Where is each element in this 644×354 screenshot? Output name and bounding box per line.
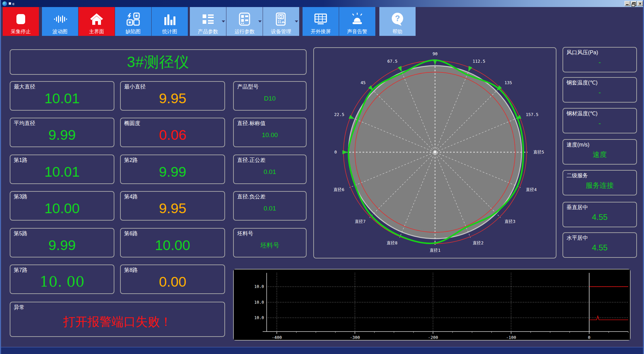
app-icon xyxy=(2,1,7,6)
svg-text:0: 0 xyxy=(588,335,591,340)
window-title: c xyxy=(9,2,14,6)
measurement-value: 9.99 xyxy=(10,124,114,146)
svg-text:157.5: 157.5 xyxy=(526,112,539,117)
product-value: 0.01 xyxy=(234,197,306,220)
toolbar-button-stop-capture[interactable]: 采集停止 xyxy=(3,7,39,36)
measurement-value: 0.06 xyxy=(121,124,224,146)
sidebar-box-sleeve-temperature: 钢套温度(℃) - xyxy=(562,77,637,103)
svg-text:直径5: 直径5 xyxy=(533,150,544,155)
svg-text:-200: -200 xyxy=(428,335,438,340)
station-title-panel: 3#测径仪 xyxy=(10,49,307,75)
product-box-nominal-diameter: 直径.标称值 10.00 xyxy=(233,118,307,147)
toolbar-button-product-params[interactable]: 产品参数 xyxy=(190,7,226,36)
status-bar xyxy=(1,347,644,354)
application-window: { "window": { "title": "c", "close_glyph… xyxy=(0,0,644,354)
alarm-panel: 异常 打开报警端口失败！ xyxy=(10,302,225,337)
toolbar-button-label: 声音告警 xyxy=(347,29,367,34)
svg-text:直径4: 直径4 xyxy=(526,187,537,192)
maximize-button[interactable] xyxy=(631,1,637,6)
minimize-button[interactable] xyxy=(625,1,630,6)
window-title-icon xyxy=(9,2,11,5)
toolbar-button-statistics[interactable]: 统计图 xyxy=(152,7,188,36)
measurement-value: 10.00 xyxy=(121,234,224,257)
toolbar-button-label: 采集停止 xyxy=(11,29,31,34)
toolbar-button-device-manage[interactable]: 设备管理 xyxy=(263,7,299,36)
measurement-value: 9.95 xyxy=(121,87,224,110)
toolbar-button-label: 开外接屏 xyxy=(311,29,331,34)
help-icon: ? xyxy=(390,12,405,26)
svg-text:直径3: 直径3 xyxy=(504,219,516,224)
measurement-box-path-3: 第3路 10.00 xyxy=(10,191,114,221)
measurement-box-avg-diameter: 平均直径 9.99 xyxy=(10,118,114,147)
svg-text:直径1: 直径1 xyxy=(430,248,441,253)
svg-text:135: 135 xyxy=(504,80,512,85)
measurement-box-min-diameter: 最小直径 9.95 xyxy=(120,81,225,111)
toolbar-button-label: 统计图 xyxy=(162,29,177,34)
toolbar-button-label: 运行参数 xyxy=(234,29,255,34)
svg-text:直径6: 直径6 xyxy=(333,187,344,192)
minimize-icon xyxy=(626,4,629,5)
product-box-plus-tolerance: 直径.正公差 0.01 xyxy=(233,155,307,184)
trend-chart-panel: 10.010.010.0-400-300-200-1000 xyxy=(233,269,631,341)
svg-text:45: 45 xyxy=(361,80,366,85)
svg-text:?: ? xyxy=(395,14,400,23)
toolbar-button-label: 主界面 xyxy=(89,29,104,34)
toolbar-button-main-screen[interactable]: 主界面 xyxy=(78,7,115,36)
sidebar-value: 速度 xyxy=(563,145,636,164)
window-controls: × xyxy=(625,1,644,6)
svg-text:90: 90 xyxy=(432,51,437,56)
measurement-value: 10.00 xyxy=(10,197,114,220)
toolbar-button-wave-chart[interactable]: 波动图 xyxy=(42,7,78,36)
sidebar-value: - xyxy=(563,53,636,72)
measurement-box-path-5: 第5路 9.99 xyxy=(10,228,114,257)
toolbar-button-help[interactable]: ? 帮助 xyxy=(379,7,416,36)
toolbar-button-sound-alarm[interactable]: 声音告警 xyxy=(339,7,375,36)
product-box-model: 产品型号 D10 xyxy=(233,81,307,111)
close-button[interactable]: × xyxy=(637,1,643,6)
measurement-box-max-diameter: 最大直径 10.01 xyxy=(10,81,114,111)
product-value: 10.00 xyxy=(234,124,306,146)
defect-map-icon xyxy=(126,12,141,26)
window-title-text: c xyxy=(12,2,14,6)
sidebar-box-secondary-service: 二级服务 服务连接 xyxy=(562,170,637,195)
toolbar-button-defect-map[interactable]: 缺陷图 xyxy=(115,7,151,36)
trend-chart: 10.010.010.0-400-300-200-1000 xyxy=(234,270,630,340)
measurement-value: 10. 00 xyxy=(10,271,114,293)
measurement-box-path-1: 第1路 10.01 xyxy=(10,155,114,184)
toolbar: 采集停止 波动图 主界面 缺陷图 xyxy=(1,7,644,36)
sidebar-value: - xyxy=(563,83,636,102)
dropdown-arrow-icon[interactable] xyxy=(295,20,298,22)
station-title: 3#测径仪 xyxy=(127,52,190,72)
dropdown-arrow-icon[interactable] xyxy=(258,20,262,22)
product-value: 0.01 xyxy=(234,161,306,183)
measurement-box-path-6: 第6路 10.00 xyxy=(120,228,225,257)
toolbar-button-label: 波动图 xyxy=(53,29,68,34)
titlebar: c × xyxy=(1,0,644,7)
measurement-value: 10.01 xyxy=(10,161,114,183)
svg-text:10.0: 10.0 xyxy=(254,284,264,289)
svg-text:10.0: 10.0 xyxy=(254,315,264,320)
sidebar-value: 服务连接 xyxy=(563,176,636,195)
bar-chart-icon xyxy=(162,12,177,26)
svg-text:0: 0 xyxy=(334,150,337,155)
product-value: 坯料号 xyxy=(234,234,306,257)
svg-text:112.5: 112.5 xyxy=(473,59,485,64)
svg-text:-300: -300 xyxy=(350,335,360,340)
measurement-value: 10.01 xyxy=(10,87,114,110)
device-manage-icon xyxy=(274,12,288,26)
measurement-value: 9.99 xyxy=(121,161,224,183)
toolbar-button-run-params[interactable]: 运行参数 xyxy=(226,7,263,36)
sidebar-value: 4.55 xyxy=(563,208,636,227)
svg-text:直径2: 直径2 xyxy=(473,240,484,245)
waveform-icon xyxy=(53,12,67,26)
toolbar-button-label: 帮助 xyxy=(392,29,402,34)
toolbar-button-external-screen[interactable]: 开外接屏 xyxy=(303,7,339,36)
dropdown-arrow-icon[interactable] xyxy=(222,20,225,22)
external-screen-icon xyxy=(313,12,328,26)
profile-polar-chart: 022.54567.590112.5135157.5直径5直径4直径3直径2直径… xyxy=(314,48,556,258)
measurement-value: 9.99 xyxy=(10,234,114,257)
sidebar-box-speed: 速度(m/s) 速度 xyxy=(562,139,637,165)
profile-polar-chart-panel: 022.54567.590112.5135157.5直径5直径4直径3直径2直径… xyxy=(313,47,556,258)
run-params-icon xyxy=(237,12,252,26)
alarm-message: 打开报警端口失败！ xyxy=(10,308,224,336)
